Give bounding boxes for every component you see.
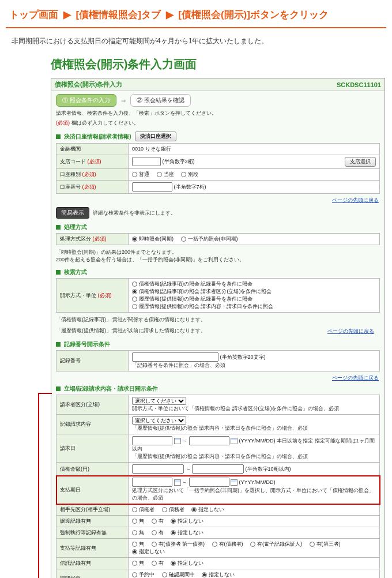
recno-table: 記録番号 (半角英数字20文字) 「記録番号を条件に照会」の場合、必須 (56, 350, 380, 371)
s-none-radio[interactable]: 指定しない (132, 548, 165, 556)
force-label: 強制執行等記録有無 (56, 527, 129, 539)
opp-a-radio[interactable]: 債権者 (132, 506, 154, 513)
screen-title: 債権照会(開示)条件入力画面 (6, 54, 386, 78)
branch-code-hint: (半角数字3桁) (163, 159, 195, 164)
search-note1: 「債権情報(記録事項)」:貴社が関係する債権の情報になります。 (51, 315, 385, 326)
transfer-no-radio[interactable]: 無 (132, 517, 144, 525)
reqdate-from-input[interactable] (132, 436, 172, 445)
transfer-none-radio[interactable]: 指定しない (171, 517, 203, 525)
amount-hint: (半角数字10桁以内) (246, 466, 291, 472)
trust-no-radio[interactable]: 無 (132, 560, 144, 567)
trust-none-radio[interactable]: 指定しない (171, 560, 203, 567)
path-arrow2: ▶ (166, 9, 174, 21)
search-table: 開示方式・単位 (必須) 債権情報(記録事項)の照会 記録番号を条件に照会 債権… (56, 278, 380, 313)
recno-note: 「記録番号を条件に照会」の場合、必須 (132, 362, 225, 368)
s-d-radio[interactable]: 有(電子記録保証人) (250, 541, 302, 548)
breadcrumb: トップ画面 ▶ [債権情報照会]タブ ▶ [債権照会(開示)]ボタンをクリック (6, 5, 386, 28)
trust-yes-radio[interactable]: 有 (152, 560, 164, 567)
recno-label: 記録番号 (56, 351, 129, 371)
reqcontent-cell: 選択してください 「履歴情報(提供情報)の照会 請求内容・請求日を条件に照会」の… (129, 415, 380, 434)
callout-horizontal-line (38, 393, 52, 394)
calendar-icon[interactable] (231, 438, 238, 444)
amount-from-input[interactable] (132, 464, 184, 474)
force-no-radio[interactable]: 無 (132, 529, 144, 536)
s-label: 支払等記録有無 (56, 539, 129, 558)
reqdate-label: 請求日 (56, 434, 129, 463)
reqdate-to-input[interactable] (189, 436, 229, 445)
reqdate-fmt: (YYYY/MM/DD) (239, 438, 276, 444)
callout-vertical-line (38, 393, 39, 578)
step-arrow: ⇒ (121, 97, 126, 104)
transfer-label: 譲渡記録有無 (56, 516, 129, 527)
search-opts-cell: 債権情報(記録事項)の照会 記録番号を条件に照会 債権情報(記録事項)の照会 請… (129, 279, 380, 313)
section-search: 検索方式 (51, 266, 385, 278)
simple-display-button[interactable]: 簡易表示 (56, 207, 89, 219)
reqdate-cell: ～ (YYYY/MM/DD) 本日以前を指定 指定可能な期間は1ヶ月間以内 「履… (129, 434, 380, 463)
recno-cell: (半角英数字20文字) 「記録番号を条件に照会」の場合、必須 (129, 351, 380, 371)
accttype-futsu-radio[interactable]: 普通 (132, 171, 149, 178)
amount-label: 債権金額(円) (56, 463, 129, 476)
page-top-link-1[interactable]: ページの先頭に戻る (51, 196, 385, 205)
accttype-touza-radio[interactable]: 当座 (157, 171, 174, 178)
opp-cell: 債権者 債務者 指定しない (129, 504, 380, 516)
paydate-fmt: (YYYY/MM/DD) (239, 479, 276, 485)
paydate-note: 処理方式区分において「一括予約照会(非同期)」を選択し、開示方式・単位において「… (132, 487, 374, 501)
period-b-radio[interactable]: 確認期間中 (162, 571, 195, 578)
account-select-button[interactable]: 決済口座選択 (135, 132, 176, 141)
s-c-radio[interactable]: 有(債務者) (212, 541, 243, 548)
screenshot-panel: 債権照会(開示)条件入力 SCKDSC11101 ① 照会条件の入力 ⇒ ② 照… (51, 78, 385, 578)
proc-cell: 即時照会(同期) 一括予約照会(非同期) (129, 234, 380, 245)
paydate-to-input[interactable] (189, 478, 229, 487)
force-yes-radio[interactable]: 有 (152, 529, 164, 536)
account-table: 金融機関 0010 りそな銀行 支店コード (必須) (半角数字3桁) 支店選択… (56, 143, 380, 194)
transfer-yes-radio[interactable]: 有 (152, 517, 164, 525)
path-seg1: トップ画面 (9, 9, 58, 20)
paydate-label: 支払期日 (56, 476, 129, 504)
opp-b-radio[interactable]: 債務者 (162, 506, 184, 513)
branch-code-input[interactable] (132, 157, 161, 166)
page-top-link-2[interactable]: ページの先頭に戻る (322, 327, 380, 336)
simple-row: 簡易表示 詳細な検索条件を非表示にします。 (51, 205, 385, 221)
s-e-radio[interactable]: 有(第三者) (310, 541, 341, 548)
s-a-radio[interactable]: 無 (132, 541, 144, 548)
opp-none-radio[interactable]: 指定しない (191, 506, 224, 513)
search-opt-1-radio[interactable]: 債権情報(記録事項)の照会 請求者区分(立場)を条件に照会 (132, 288, 272, 295)
intro-line: 請求者情報、検索条件を入力後、「検索」ボタンを押してください。 (51, 110, 385, 119)
search-opt-3-radio[interactable]: 履歴情報(提供情報)の照会 請求内容・請求日を条件に照会 (132, 303, 274, 310)
amount-cell: ～ (半角数字10桁以内) (129, 463, 380, 476)
search-note2: 「履歴情報(提供情報)」:貴社が以前に請求した情報になります。 (56, 327, 206, 336)
recno-input[interactable] (132, 352, 218, 362)
branch-code-cell: (半角数字3桁) 支店選択 (129, 155, 380, 169)
simple-note: 詳細な検索条件を非表示にします。 (93, 209, 176, 217)
opp-label: 相手先区分(相手立場) (56, 504, 129, 516)
acctno-label: 口座番号 (必須) (56, 181, 129, 194)
trust-label: 信託記録有無 (56, 558, 129, 569)
must-note: 欄は必ず入力してください。 (71, 120, 139, 126)
proc-label: 処理方式区分 (必須) (56, 234, 129, 245)
accttype-cell: 普通 当座 別段 (129, 169, 380, 181)
calendar-icon[interactable] (231, 479, 238, 486)
reqdate-note2: 「履歴情報(提供情報)の照会 請求内容・請求日を条件に照会」の場合、必須 (132, 453, 308, 459)
acctno-input[interactable] (132, 182, 172, 192)
search-opt-0-radio[interactable]: 債権情報(記録事項)の照会 記録番号を条件に照会 (132, 280, 253, 288)
calendar-icon[interactable] (174, 479, 181, 486)
reqcontent-select[interactable]: 選択してください (132, 416, 186, 425)
period-a-radio[interactable]: 予約中 (132, 571, 154, 578)
acctno-cell: (半角数字7桁) (129, 181, 380, 194)
proc-sync-radio[interactable]: 即時照会(同期) (132, 235, 174, 243)
recno-hint: (半角英数字20文字) (220, 354, 266, 360)
accttype-betsu-radio[interactable]: 別段 (181, 171, 198, 178)
proc-async-radio[interactable]: 一括予約照会(非同期) (181, 235, 238, 243)
pos-select[interactable]: 選択してください (132, 397, 186, 405)
search-opt-2-radio[interactable]: 履歴情報(提供情報)の照会 記録番号を条件に照会 (132, 295, 253, 303)
proc-table: 処理方式区分 (必須) 即時照会(同期) 一括予約照会(非同期) (56, 233, 380, 245)
paydate-from-input[interactable] (132, 478, 172, 487)
page-top-link-3[interactable]: ページの先頭に戻る (51, 374, 385, 382)
acctno-hint: (半角数字7桁) (174, 184, 206, 190)
s-b-radio[interactable]: 有(債務者 第一債務) (152, 541, 205, 548)
force-none-radio[interactable]: 指定しない (171, 529, 203, 536)
calendar-icon[interactable] (174, 438, 181, 444)
period-none-radio[interactable]: 指定しない (202, 571, 235, 578)
amount-to-input[interactable] (192, 464, 244, 474)
branch-select-button[interactable]: 支店選択 (345, 157, 376, 167)
